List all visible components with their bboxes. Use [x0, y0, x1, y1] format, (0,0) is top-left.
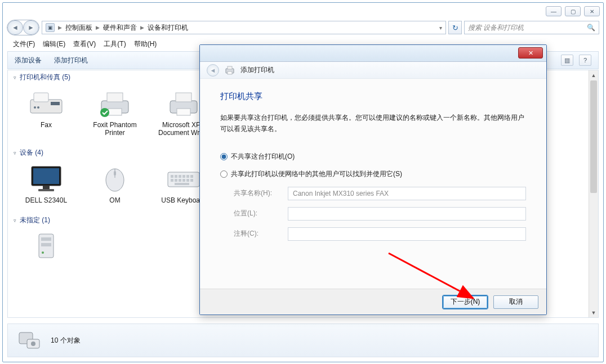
nav-button-group: ◄ ► — [7, 20, 39, 35]
svg-rect-22 — [179, 175, 181, 178]
scroll-down-icon[interactable]: ▼ — [589, 308, 598, 317]
dialog-header: ◄ 添加打印机 — [200, 62, 546, 79]
breadcrumb-separator: ▶ — [96, 25, 100, 30]
share-form: 共享名称(H): 位置(L): 注释(C): — [234, 187, 526, 241]
svg-rect-25 — [190, 175, 193, 178]
breadcrumb-l2[interactable]: 硬件和声音 — [103, 23, 137, 33]
radio-no-share-label: 不共享这台打印机(O) — [231, 152, 295, 161]
svg-rect-2 — [51, 102, 60, 105]
printer-icon — [163, 88, 204, 119]
svg-rect-26 — [171, 179, 173, 182]
back-button[interactable]: ◄ — [7, 20, 23, 35]
dialog-title: 添加打印机 — [240, 65, 274, 75]
svg-point-8 — [100, 108, 109, 117]
input-share-name[interactable] — [288, 187, 526, 200]
view-options-icon[interactable]: ▥ — [561, 55, 573, 66]
toolbar-add-printer[interactable]: 添加打印机 — [54, 56, 88, 65]
radio-share[interactable]: 共享此打印机以便网络中的其他用户可以找到并使用它(S) — [220, 169, 526, 179]
svg-rect-27 — [175, 179, 177, 182]
menu-tools[interactable]: 工具(T) — [104, 39, 126, 49]
radio-no-share[interactable]: 不共享这台打印机(O) — [220, 152, 526, 161]
svg-point-39 — [31, 341, 35, 346]
window-controls: — ▢ ✕ — [546, 6, 600, 16]
svg-rect-24 — [186, 175, 189, 178]
device-label: Foxit Phantom Printer — [88, 121, 142, 137]
dialog-back-button[interactable]: ◄ — [207, 64, 219, 77]
group-title: 设备 (4) — [20, 148, 43, 158]
input-comment[interactable] — [288, 227, 526, 241]
help-icon[interactable]: ? — [579, 55, 591, 66]
svg-rect-6 — [107, 93, 123, 102]
device-unspecified[interactable] — [19, 231, 73, 264]
radio-share-label: 共享此打印机以便网络中的其他用户可以找到并使用它(S) — [231, 169, 402, 179]
radio-no-share-input[interactable] — [220, 153, 228, 160]
svg-rect-32 — [175, 183, 189, 185]
search-input[interactable]: 搜索 设备和打印机 🔍 — [464, 21, 599, 34]
monitor-icon — [26, 163, 66, 195]
toolbar-add-device[interactable]: 添加设备 — [15, 56, 42, 65]
svg-rect-15 — [38, 189, 54, 191]
close-button[interactable]: ✕ — [584, 6, 600, 16]
dialog-titlebar[interactable]: ✕ — [200, 45, 546, 62]
address-bar[interactable]: ▣ ▶ 控制面板 ▶ 硬件和声音 ▶ 设备和打印机 ▾ — [42, 21, 446, 34]
svg-rect-29 — [182, 179, 185, 182]
breadcrumb-separator: ▶ — [58, 25, 62, 30]
control-panel-icon: ▣ — [46, 23, 55, 32]
dialog-close-button[interactable]: ✕ — [518, 47, 543, 59]
svg-rect-34 — [41, 237, 51, 241]
device-monitor[interactable]: DELL S2340L — [19, 163, 73, 204]
device-fax[interactable]: Fax — [19, 88, 73, 137]
scroll-up-icon[interactable]: ▲ — [589, 70, 598, 80]
label-comment: 注释(C): — [234, 229, 282, 239]
dialog-body: 打印机共享 如果要共享这台打印机，您必须提供共享名。您可以使用建议的名称或键入一… — [200, 79, 546, 289]
group-title: 打印机和传真 (5) — [20, 73, 70, 82]
menu-help[interactable]: 帮助(H) — [134, 39, 157, 49]
dialog-heading: 打印机共享 — [220, 91, 526, 102]
add-printer-dialog: ✕ ◄ 添加打印机 打印机共享 如果要共享这台打印机，您必须提供共享名。您可以使… — [199, 44, 547, 315]
svg-rect-10 — [176, 93, 191, 102]
devices-category-icon — [16, 327, 43, 354]
refresh-button[interactable]: ↻ — [448, 21, 462, 34]
svg-rect-42 — [228, 71, 232, 74]
svg-rect-30 — [186, 179, 189, 182]
breadcrumb-separator: ▶ — [140, 25, 144, 30]
scroll-thumb[interactable] — [590, 80, 597, 193]
radio-share-input[interactable] — [220, 170, 228, 178]
fax-icon — [26, 88, 66, 119]
cancel-button[interactable]: 取消 — [493, 295, 538, 309]
computer-icon — [26, 231, 66, 262]
label-location: 位置(L): — [234, 209, 282, 218]
label-share-name: 共享名称(H): — [234, 188, 282, 198]
svg-rect-13 — [33, 168, 59, 184]
vertical-scrollbar[interactable]: ▲ ▼ — [589, 70, 598, 317]
device-foxit-printer[interactable]: Foxit Phantom Printer — [88, 88, 142, 137]
breadcrumb-l1[interactable]: 控制面板 — [65, 23, 92, 33]
menu-view[interactable]: 查看(V) — [73, 39, 96, 49]
collapse-icon: ▿ — [14, 218, 16, 223]
address-dropdown-icon[interactable]: ▾ — [439, 25, 442, 31]
collapse-icon: ▿ — [14, 150, 16, 156]
search-icon: 🔍 — [587, 24, 595, 32]
minimize-button[interactable]: — — [546, 6, 562, 16]
svg-rect-7 — [108, 109, 122, 115]
menu-edit[interactable]: 编辑(E) — [43, 39, 65, 49]
forward-button[interactable]: ► — [23, 20, 39, 35]
svg-rect-28 — [179, 179, 181, 182]
maximize-button[interactable]: ▢ — [565, 6, 581, 16]
device-label: OM — [109, 196, 120, 204]
device-mouse[interactable]: OM — [88, 163, 142, 204]
svg-rect-41 — [228, 66, 232, 69]
svg-rect-14 — [43, 186, 50, 189]
svg-rect-21 — [175, 175, 177, 178]
collapse-icon: ▿ — [14, 75, 16, 80]
menu-file[interactable]: 文件(F) — [13, 39, 35, 49]
device-label: DELL S2340L — [25, 196, 67, 204]
keyboard-icon — [163, 163, 204, 195]
next-button[interactable]: 下一步(N) — [443, 295, 488, 309]
printer-icon — [225, 66, 235, 75]
input-location[interactable] — [288, 207, 526, 221]
search-placeholder: 搜索 设备和打印机 — [468, 23, 524, 33]
svg-point-4 — [37, 106, 39, 109]
breadcrumb-l3[interactable]: 设备和打印机 — [148, 23, 188, 33]
mouse-icon — [95, 163, 135, 195]
